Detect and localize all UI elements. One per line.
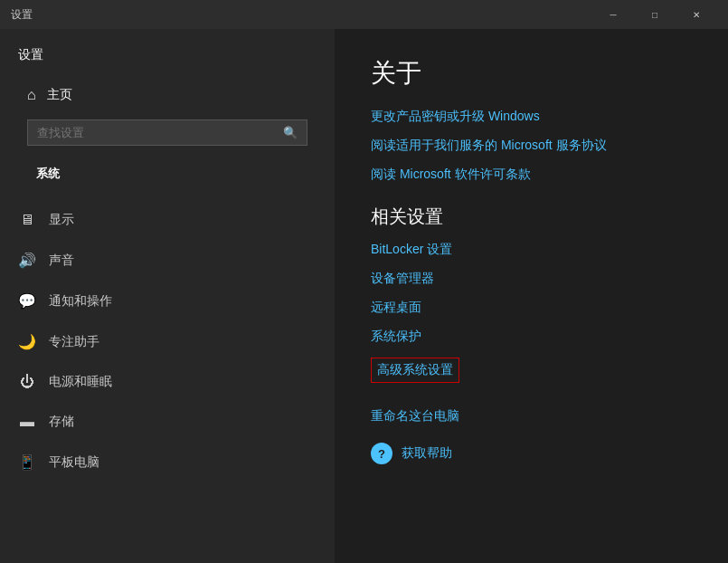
sidebar-item-storage[interactable]: ▬ 存储 (0, 402, 335, 442)
sidebar-item-label: 通知和操作 (49, 293, 112, 310)
titlebar: 设置 ─ □ ✕ (0, 0, 728, 29)
sidebar-item-tablet[interactable]: 📱 平板电脑 (0, 442, 335, 482)
sidebar-item-label: 平板电脑 (49, 454, 99, 471)
system-protection-link[interactable]: 系统保护 (371, 329, 692, 345)
sidebar-section-title: 系统 (18, 160, 317, 191)
advanced-settings-link[interactable]: 高级系统设置 (371, 358, 459, 383)
sidebar-item-focus[interactable]: 🌙 专注助手 (0, 321, 335, 362)
search-icon: 🔍 (283, 126, 298, 139)
remote-desktop-link[interactable]: 远程桌面 (371, 300, 692, 316)
notifications-icon: 💬 (18, 292, 36, 310)
titlebar-controls: ─ □ ✕ (592, 0, 717, 29)
display-icon: 🖥 (18, 212, 36, 228)
power-icon: ⏻ (18, 374, 36, 390)
product-key-link[interactable]: 更改产品密钥或升级 Windows (371, 109, 692, 125)
tablet-icon: 📱 (18, 453, 36, 471)
service-agreement-link[interactable]: 阅读适用于我们服务的 Microsoft 服务协议 (371, 138, 692, 154)
home-icon: ⌂ (27, 87, 36, 103)
sidebar-item-display[interactable]: 🖥 显示 (0, 200, 335, 240)
sidebar-item-label: 存储 (49, 414, 74, 430)
content-area: 关于 更改产品密钥或升级 Windows 阅读适用于我们服务的 Microsof… (335, 29, 728, 563)
close-button[interactable]: ✕ (676, 0, 717, 29)
sidebar-item-power[interactable]: ⏻ 电源和睡眠 (0, 362, 335, 402)
sidebar-item-label: 显示 (49, 212, 74, 228)
sidebar-header: 设置 ⌂ 主页 🔍 系统 (0, 29, 335, 200)
device-manager-link[interactable]: 设备管理器 (371, 271, 692, 287)
search-box: 🔍 (27, 119, 307, 146)
rename-pc-link[interactable]: 重命名这台电脑 (371, 408, 692, 425)
sidebar-item-home[interactable]: ⌂ 主页 (18, 78, 317, 112)
bitlocker-link[interactable]: BitLocker 设置 (371, 242, 692, 258)
storage-icon: ▬ (18, 414, 36, 430)
get-help-label: 获取帮助 (402, 445, 452, 462)
minimize-button[interactable]: ─ (592, 0, 634, 29)
sidebar-item-label: 专注助手 (49, 334, 99, 350)
sidebar: 设置 ⌂ 主页 🔍 系统 🖥 显示 🔊 声音 💬 通知和操作 (0, 29, 335, 563)
related-settings-title: 相关设置 (371, 205, 692, 229)
search-input[interactable] (37, 126, 276, 139)
sound-icon: 🔊 (18, 252, 36, 269)
sidebar-items: 🖥 显示 🔊 声音 💬 通知和操作 🌙 专注助手 ⏻ 电源和睡眠 ▬ 存储 (0, 200, 335, 563)
get-help-icon: ? (371, 443, 392, 464)
sidebar-item-label: 电源和睡眠 (49, 374, 112, 390)
license-link[interactable]: 阅读 Microsoft 软件许可条款 (371, 167, 692, 183)
sidebar-item-sound[interactable]: 🔊 声音 (0, 240, 335, 281)
sidebar-item-label: 声音 (49, 253, 74, 269)
get-help-button[interactable]: ? 获取帮助 (371, 443, 692, 464)
sidebar-item-notifications[interactable]: 💬 通知和操作 (0, 281, 335, 321)
sidebar-app-title: 设置 (18, 47, 317, 63)
home-label: 主页 (47, 87, 72, 103)
app-body: 设置 ⌂ 主页 🔍 系统 🖥 显示 🔊 声音 💬 通知和操作 (0, 29, 728, 563)
focus-icon: 🌙 (18, 333, 36, 350)
page-title: 关于 (371, 56, 692, 91)
titlebar-title: 设置 (11, 7, 33, 23)
maximize-button[interactable]: □ (634, 0, 676, 29)
